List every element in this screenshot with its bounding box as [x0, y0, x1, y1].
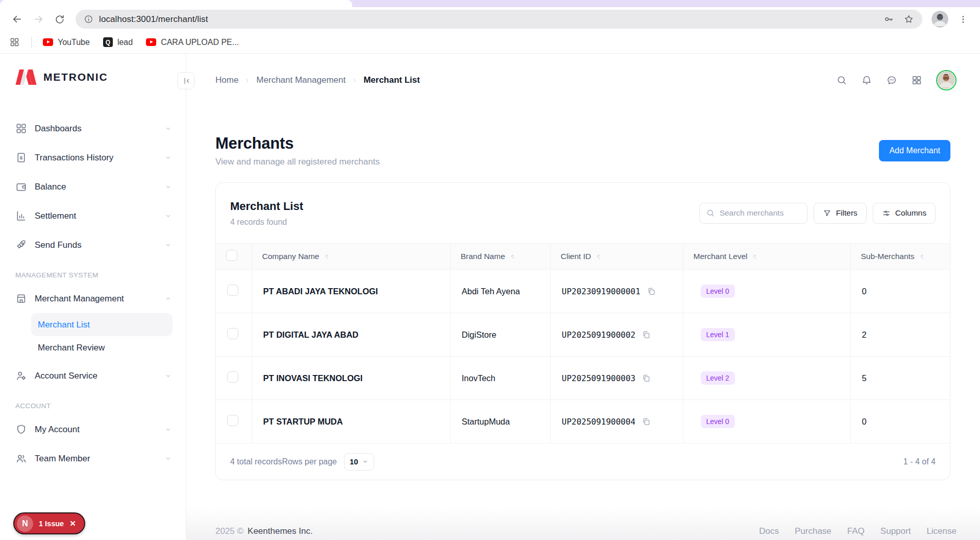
sort-arrows-icon: [323, 253, 331, 261]
sort-icon[interactable]: [595, 253, 602, 261]
chevron-right-icon: [351, 77, 358, 84]
chevron-down-icon: [362, 458, 369, 465]
sidebar-item-label: Dashboards: [35, 124, 157, 134]
bookmark-youtube[interactable]: YouTube: [43, 38, 90, 47]
card-toolbar: Filters Columns: [699, 203, 936, 224]
browser-tab-strip: [0, 0, 980, 7]
row-checkbox[interactable]: [227, 415, 238, 426]
rows-per-page-select[interactable]: 10: [344, 453, 374, 471]
back-button[interactable]: [7, 10, 27, 29]
sidebar-item-merchant-list[interactable]: Merchant List: [31, 313, 173, 336]
issue-close-icon[interactable]: ✕: [69, 519, 76, 528]
chevron-down-icon: [164, 372, 172, 380]
merchant-level-cell: Level 1: [683, 313, 850, 357]
chevron-down-icon: [164, 183, 172, 191]
chevron-down-icon: [164, 154, 172, 161]
merchant-table: Company NameBrand NameClient IDMerchant …: [216, 243, 950, 443]
sort-arrows-icon: [918, 253, 926, 261]
sidebar-item-dashboards[interactable]: Dashboards: [0, 114, 186, 143]
refresh-button[interactable]: [50, 10, 69, 29]
receipt-icon: $: [15, 152, 27, 163]
brand-name-cell: StartupMuda: [450, 400, 550, 443]
copy-icon: [642, 330, 651, 339]
chat-icon[interactable]: [886, 75, 897, 86]
footer-link-faq[interactable]: FAQ: [847, 526, 865, 536]
columns-sliders-icon: [882, 209, 891, 218]
forward-button[interactable]: [29, 10, 48, 29]
column-header-label: Sub-Merchants: [861, 252, 915, 261]
password-key-icon[interactable]: [884, 14, 894, 25]
browser-profile-avatar[interactable]: [932, 11, 948, 28]
table-row: PT INOVASI TEKNOLOGIInovTechUP2025091900…: [216, 357, 950, 400]
url-bar[interactable]: localhost:3001/merchant/list: [76, 10, 922, 29]
search-merchants-input[interactable]: [720, 208, 801, 218]
breadcrumb-item-merchant-management[interactable]: Merchant Management: [256, 75, 346, 85]
bookmark-star-icon[interactable]: [903, 14, 914, 25]
copy-client-id-button[interactable]: [647, 287, 656, 296]
sidebar-item-team-member[interactable]: Team Member: [0, 444, 186, 473]
row-select-cell: [216, 357, 252, 400]
pagination-range-label: 1 - 4 of 4: [903, 457, 936, 466]
breadcrumb-separator-icon: [244, 77, 251, 84]
sidebar-item-settlement[interactable]: Settlement: [0, 201, 186, 230]
browser-menu-button[interactable]: [953, 10, 973, 29]
apps-launcher-icon[interactable]: [911, 75, 922, 86]
table-row: PT STARTUP MUDAStartupMudaUP202509190000…: [216, 400, 950, 443]
sort-icon[interactable]: [751, 253, 758, 261]
table-row: PT ABADI JAYA TEKNOLOGIAbdi Teh AyenaUP2…: [216, 270, 950, 313]
logo[interactable]: METRONIC: [0, 54, 186, 101]
bookmark-lead[interactable]: Qlead: [103, 37, 133, 47]
search-icon[interactable]: [836, 75, 847, 86]
sidebar-item-merchant-management[interactable]: Merchant Management: [0, 284, 186, 313]
row-checkbox[interactable]: [227, 285, 238, 296]
sidebar-item-label: Transactions History: [35, 153, 157, 163]
sort-icon[interactable]: [323, 253, 331, 261]
footer-link-license[interactable]: License: [926, 526, 957, 536]
footer-link-purchase[interactable]: Purchase: [795, 526, 831, 536]
info-icon[interactable]: [84, 14, 93, 24]
dev-issue-badge[interactable]: N 1 Issue ✕: [13, 512, 85, 534]
sidebar-item-send-funds[interactable]: Send Funds: [0, 230, 186, 260]
notifications-bell-icon[interactable]: [861, 75, 872, 86]
footer-link-support[interactable]: Support: [880, 526, 911, 536]
select-all-checkbox[interactable]: [226, 250, 237, 261]
sort-icon[interactable]: [509, 253, 517, 261]
card-header: Merchant List 4 records found Filters Co…: [216, 183, 950, 243]
sidebar-item-my-account[interactable]: My Account: [0, 415, 186, 444]
apps-grid-icon[interactable]: [9, 37, 20, 48]
row-checkbox[interactable]: [227, 328, 238, 339]
breadcrumb-item-home[interactable]: Home: [215, 75, 238, 85]
bookmark-cara-upload-pe[interactable]: CARA UPLOAD PE...: [146, 38, 239, 47]
sidebar-item-transactions-history[interactable]: $Transactions History: [0, 143, 186, 172]
column-header-sub-merchants: Sub-Merchants: [850, 244, 950, 270]
client-id-cell: UP2025091900004: [550, 400, 683, 443]
breadcrumb-item-merchant-list: Merchant List: [363, 75, 420, 85]
merchant-search-box[interactable]: [699, 203, 807, 224]
url-text[interactable]: localhost:3001/merchant/list: [99, 14, 208, 25]
chevron-up-icon: [164, 295, 172, 302]
copy-client-id-button[interactable]: [642, 373, 651, 383]
sidebar-collapse-button[interactable]: [177, 72, 194, 89]
browser-active-tab[interactable]: [0, 0, 352, 7]
records-found-label: 4 records found: [230, 218, 303, 227]
user-avatar[interactable]: [936, 70, 957, 90]
copy-client-id-button[interactable]: [642, 330, 651, 339]
sort-arrows-icon: [509, 253, 517, 261]
copy-client-id-button[interactable]: [642, 417, 651, 426]
columns-button[interactable]: Columns: [873, 203, 936, 224]
filters-button[interactable]: Filters: [814, 203, 867, 224]
column-header-label: Merchant Level: [694, 252, 748, 261]
shield-icon: [15, 424, 27, 435]
footer-link-docs[interactable]: Docs: [759, 526, 779, 536]
shop-icon: [15, 293, 27, 304]
row-checkbox[interactable]: [227, 371, 238, 383]
lead-app-icon: Q: [103, 37, 113, 47]
sub-merchants-cell: 0: [850, 400, 950, 443]
add-merchant-button[interactable]: Add Merchant: [879, 140, 950, 161]
page-subtitle: View and manage all registered merchants: [215, 157, 380, 167]
sidebar-item-account-service[interactable]: Account Service: [0, 361, 186, 390]
copyright-company-link[interactable]: Keenthemes Inc.: [248, 526, 313, 536]
sidebar-item-balance[interactable]: Balance: [0, 172, 186, 201]
sort-icon[interactable]: [918, 253, 926, 261]
sidebar-item-merchant-review[interactable]: Merchant Review: [31, 336, 173, 359]
